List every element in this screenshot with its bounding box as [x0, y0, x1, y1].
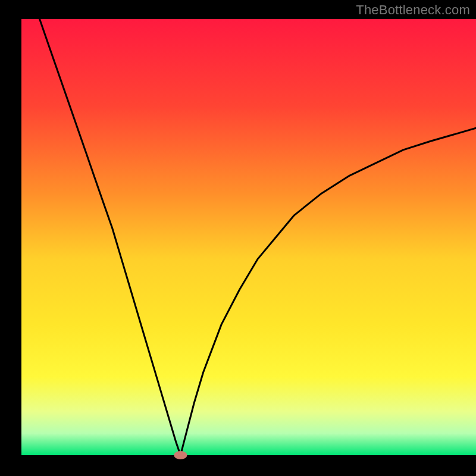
- watermark-text: TheBottleneck.com: [356, 2, 470, 18]
- chart-background-gradient: [21, 19, 476, 455]
- bottleneck-chart: [0, 0, 476, 476]
- chart-frame: TheBottleneck.com: [0, 0, 476, 476]
- optimum-marker: [174, 451, 187, 459]
